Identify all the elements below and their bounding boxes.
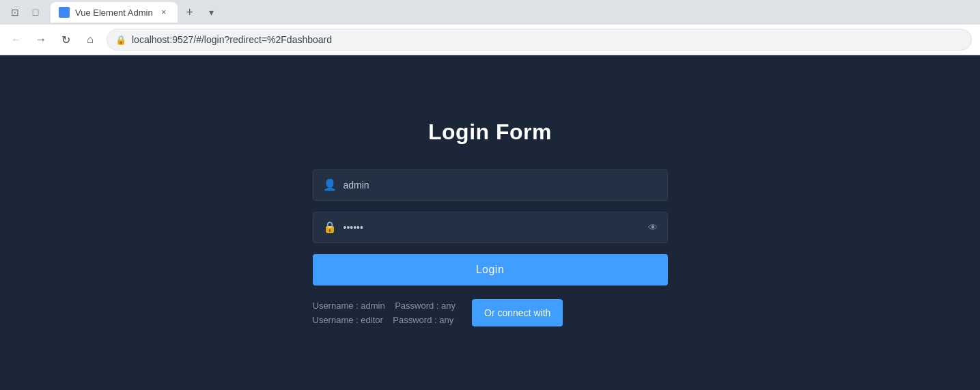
credential-editor: Username : editor Password : any xyxy=(313,315,456,325)
or-connect-button[interactable]: Or connect with xyxy=(472,299,563,326)
user-icon: 👤 xyxy=(323,178,337,191)
main-content: Login Form 👤 🔒 👁 Login Us xyxy=(0,55,980,390)
lock-icon: 🔒 xyxy=(115,35,126,45)
eye-off-icon: 👁 xyxy=(648,222,658,233)
credential-admin: Username : admin Password : any xyxy=(313,301,456,311)
lock-pwd-icon: 🔒 xyxy=(323,221,337,234)
forward-button[interactable]: → xyxy=(30,29,52,51)
login-form: 👤 🔒 👁 Login Username : admin Password xyxy=(313,169,668,326)
tab-favicon xyxy=(59,7,70,18)
url-text: localhost:9527/#/login?redirect=%2Fdashb… xyxy=(132,34,332,45)
tab-list-button[interactable]: ▾ xyxy=(202,3,221,22)
maximize-btn[interactable]: □ xyxy=(26,3,45,22)
tab-bar: ⊡ □ Vue Element Admin × + ▾ xyxy=(0,0,980,25)
login-title: Login Form xyxy=(428,120,552,145)
login-button[interactable]: Login xyxy=(313,254,668,285)
refresh-button[interactable]: ↻ xyxy=(55,29,76,51)
restore-btn[interactable]: ⊡ xyxy=(5,3,25,22)
username-input-wrapper: 👤 xyxy=(313,169,668,201)
home-button[interactable]: ⌂ xyxy=(79,29,101,51)
password-input[interactable] xyxy=(344,222,641,233)
info-row: Username : admin Password : any Username… xyxy=(313,299,668,326)
new-tab-button[interactable]: + xyxy=(180,3,199,22)
login-container: Login Form 👤 🔒 👁 Login Us xyxy=(313,120,668,326)
toggle-password-button[interactable]: 👁 xyxy=(648,222,658,233)
address-bar-row: ← → ↻ ⌂ 🔒 localhost:9527/#/login?redirec… xyxy=(0,25,980,55)
window-controls: ⊡ □ xyxy=(5,3,45,22)
tab-title-text: Vue Element Admin xyxy=(75,8,153,18)
address-bar[interactable]: 🔒 localhost:9527/#/login?redirect=%2Fdas… xyxy=(107,29,972,51)
browser-chrome: ⊡ □ Vue Element Admin × + ▾ ← → ↻ ⌂ 🔒 lo… xyxy=(0,0,980,55)
credentials-info: Username : admin Password : any Username… xyxy=(313,301,456,325)
username-input[interactable] xyxy=(344,180,658,191)
active-tab[interactable]: Vue Element Admin × xyxy=(51,2,178,23)
password-input-wrapper: 🔒 👁 xyxy=(313,212,668,243)
tab-close-button[interactable]: × xyxy=(158,7,169,18)
back-button[interactable]: ← xyxy=(5,29,27,51)
